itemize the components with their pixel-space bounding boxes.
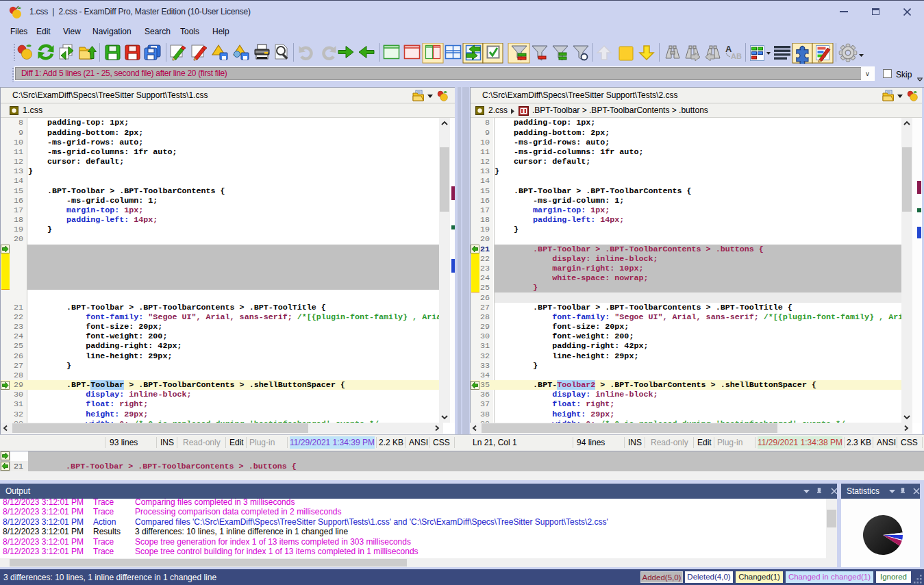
- svg-text:AB: AB: [731, 52, 742, 60]
